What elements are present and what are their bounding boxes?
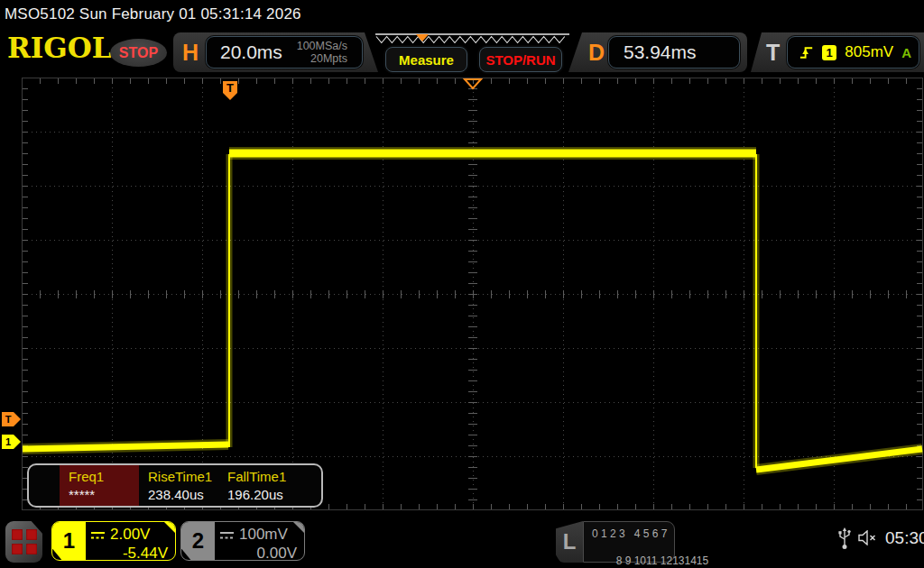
channel1-badge[interactable]: 1 2.00V -5.44V [51, 521, 176, 561]
measurement-item-falltime[interactable]: FallTime1 196.20us [218, 465, 298, 506]
channel2-scale: 100mV [239, 526, 288, 544]
delay-value: 53.94ms [624, 41, 697, 63]
timebase-value: 20.0ms [220, 41, 282, 63]
memory-depth: 20Mpts [310, 52, 347, 65]
oscilloscope-screen: MSO5102 Sun February 01 05:31:14 2026 RI… [0, 0, 924, 568]
measurement-value: 196.20us [227, 487, 298, 502]
trigger-label: T [766, 40, 780, 66]
menu-grid-icon[interactable] [5, 521, 42, 563]
rigol-logo: RIGOL [7, 32, 112, 64]
channel1-scale: 2.00V [110, 526, 150, 544]
svg-text:T: T [226, 81, 234, 95]
ch1-trace [23, 444, 228, 449]
logic-row1: 0 1 2 3 4 5 6 7 [592, 527, 667, 540]
channel2-badge[interactable]: 2 100mV 0.00V [180, 521, 305, 561]
ch1-trace [756, 449, 922, 470]
run-state-label: STOP [119, 45, 158, 61]
sample-rate-stack: 100MSa/s 20Mpts [297, 40, 347, 65]
trigger-level-value: 805mV [845, 43, 893, 61]
dc-coupling-icon [90, 530, 106, 540]
usb-icon [837, 527, 852, 551]
logic-channels-badge[interactable]: L 0 1 2 3 4 5 6 7 8 9 1011 12131415 [556, 521, 675, 563]
channel1-number: 1 [52, 522, 86, 560]
channel1-offset: -5.44V [90, 545, 168, 561]
top-status-bar: MSO5102 Sun February 01 05:31:14 2026 [0, 0, 924, 29]
measurement-label: RiseTime1 [148, 469, 218, 484]
measure-button-label: Measure [399, 52, 454, 68]
measurement-value: ***** [69, 487, 139, 502]
channel2-number: 2 [181, 522, 215, 560]
measurement-item-freq[interactable]: Freq1 ***** [60, 465, 139, 506]
measurement-label: FallTime1 [227, 469, 298, 484]
logic-label: L [556, 521, 583, 563]
delay-label: D [588, 40, 605, 66]
trigger-source-chip: 1 [822, 45, 836, 60]
waveform-position-strip[interactable] [374, 33, 570, 47]
logic-channel-list: 0 1 2 3 4 5 6 7 8 9 1011 12131415 [583, 521, 675, 563]
trigger-settings-box[interactable]: T 1 805mV A [751, 32, 924, 72]
graticule-display[interactable]: TT1 [0, 78, 924, 510]
preview-position-icon [416, 34, 429, 41]
clock-display: 05:30 [885, 528, 924, 548]
measurement-item-risetime[interactable]: RiseTime1 238.40us [139, 465, 218, 506]
measurement-label: Freq1 [69, 469, 139, 484]
measurement-panel[interactable]: Freq1 ***** RiseTime1 238.40us FallTime1… [27, 463, 323, 508]
dc-coupling-icon [219, 530, 235, 540]
header-bar: RIGOL STOP H 20.0ms 100MSa/s 20Mpts Meas… [0, 29, 924, 77]
svg-text:T: T [5, 414, 12, 425]
sample-rate: 100MSa/s [297, 40, 347, 52]
model-and-datetime: MSO5102 Sun February 01 05:31:14 2026 [5, 5, 301, 23]
stop-run-button[interactable]: STOP/RUN [479, 47, 562, 72]
svg-text:1: 1 [5, 436, 11, 447]
logic-row2: 8 9 1011 12131415 [616, 554, 709, 567]
trigger-edge-icon [799, 44, 814, 60]
acquisition-state-badge: STOP [110, 39, 167, 67]
measure-button[interactable]: Measure [385, 47, 467, 72]
measurement-value: 238.40us [148, 487, 218, 502]
stop-run-button-label: STOP/RUN [485, 52, 555, 68]
speaker-muted-icon[interactable] [858, 530, 880, 545]
horizontal-label: H [182, 40, 199, 66]
trigger-sweep-mode: A [901, 45, 911, 60]
bottom-status-bar: 1 2.00V -5.44V 2 [0, 518, 924, 568]
channel2-offset: 0.00V [219, 545, 297, 561]
delay-settings-box[interactable]: D 53.94ms [568, 32, 747, 72]
horizontal-settings-box[interactable]: H 20.0ms 100MSa/s 20Mpts [173, 32, 378, 72]
